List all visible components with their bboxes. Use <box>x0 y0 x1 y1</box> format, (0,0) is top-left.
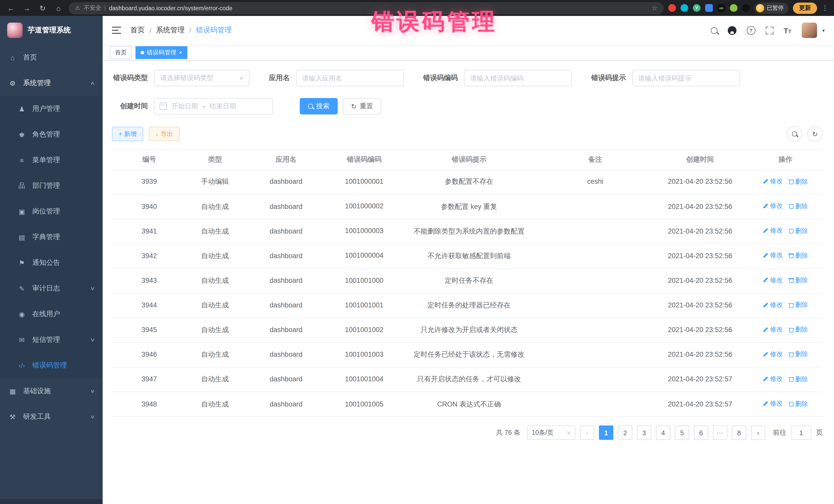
fullscreen-button[interactable] <box>766 26 773 34</box>
delete-link[interactable]: 删除 <box>789 201 808 211</box>
sidebar-item-system-management[interactable]: ⚙系统管理∧ <box>0 70 103 96</box>
edit-link[interactable]: 修改 <box>763 226 783 236</box>
sidebar-item-role-management[interactable]: ♚角色管理 <box>0 122 103 147</box>
address-bar[interactable]: ⚠ 不安全 dashboard.yudao.iocoder.cn/system/… <box>69 2 664 14</box>
browser-update-button[interactable]: 更新 <box>793 2 817 14</box>
delete-link[interactable]: 删除 <box>789 325 808 335</box>
extension-icon[interactable] <box>705 4 713 12</box>
sidebar-item-department-management[interactable]: 品部门管理 <box>0 173 103 199</box>
page-button-5[interactable]: 5 <box>675 426 689 440</box>
github-button[interactable] <box>727 26 736 35</box>
browser-forward-icon[interactable]: → <box>21 2 32 14</box>
online-user-icon: ◉ <box>18 310 26 318</box>
refresh-table-button[interactable]: ↻ <box>807 126 823 141</box>
breadcrumb-system[interactable]: 系统管理 <box>156 26 185 35</box>
delete-link[interactable]: 删除 <box>789 350 808 359</box>
sidebar-item-post-management[interactable]: ▣岗位管理 <box>0 199 103 224</box>
browser-profile-chip[interactable]: 已暂停 <box>754 2 788 14</box>
next-page-button[interactable]: › <box>751 426 765 440</box>
add-button[interactable]: + 新增 <box>112 127 143 141</box>
bookmark-star-icon[interactable]: ☆ <box>652 4 657 12</box>
security-label: 不安全 <box>84 4 101 12</box>
extension-icon[interactable] <box>681 4 688 12</box>
trash-icon <box>789 278 794 283</box>
breadcrumb-home[interactable]: 首页 <box>130 26 145 35</box>
page-button-1[interactable]: 1 <box>599 426 613 440</box>
page-button-2[interactable]: 2 <box>618 426 632 440</box>
sidebar-item-home[interactable]: ⌂首页 <box>0 45 103 70</box>
chevron-down-icon: ∨ <box>90 337 95 342</box>
sidebar-item-error-code-management[interactable]: ‹/›错误码管理 <box>0 353 103 378</box>
sidebar-item-dev-tools[interactable]: ⚒研发工具∨ <box>0 404 103 430</box>
edit-link[interactable]: 修改 <box>763 399 783 409</box>
edit-link[interactable]: 修改 <box>763 350 783 359</box>
error-message-label: 错误码提示 <box>591 73 626 83</box>
chevron-down-icon[interactable]: ▾ <box>822 27 825 33</box>
user-avatar[interactable] <box>802 23 817 38</box>
sidebar-collapse-icon[interactable] <box>112 27 121 34</box>
page-size-select[interactable]: 10条/页 ∨ <box>527 426 575 440</box>
error-code-input[interactable] <box>464 70 572 86</box>
browser-back-icon[interactable]: ← <box>5 2 17 14</box>
browser-menu-icon[interactable]: ⋮ <box>822 4 829 12</box>
export-button[interactable]: ↓ 导出 <box>149 127 180 141</box>
vue-devtools-extension-icon[interactable]: V <box>693 4 701 12</box>
sidebar-menu: ⌂首页⚙系统管理∧♟用户管理♚角色管理≡菜单管理品部门管理▣岗位管理▤字典管理⚑… <box>0 45 103 499</box>
not-secure-warning-icon: ⚠ <box>75 5 80 11</box>
sidebar-item-sms-management[interactable]: ✉短信管理∨ <box>0 327 103 353</box>
sidebar-item-notice-announcement[interactable]: ⚑通知公告 <box>0 250 103 276</box>
delete-link[interactable]: 删除 <box>789 251 808 261</box>
extension-icon[interactable] <box>730 4 738 12</box>
sidebar-item-dict-management[interactable]: ▤字典管理 <box>0 224 103 250</box>
error-type-select[interactable]: 请选择错误码类型 ∨ <box>154 70 249 86</box>
error-message-input[interactable] <box>632 70 740 86</box>
more-pages-button[interactable]: ⋯ <box>713 426 727 440</box>
edit-link[interactable]: 修改 <box>763 177 783 186</box>
tab-home[interactable]: 首页 <box>110 46 132 59</box>
page-button-3[interactable]: 3 <box>637 426 651 440</box>
edit-link[interactable]: 修改 <box>763 251 783 261</box>
cell-created-time: 2021-04-20 23:52:56 <box>652 318 748 343</box>
browser-home-icon[interactable]: ⌂ <box>53 2 64 14</box>
header-search-button[interactable] <box>710 27 717 34</box>
date-range-picker[interactable]: 开始日期 - 结束日期 <box>154 98 273 114</box>
extension-icon[interactable] <box>668 4 676 12</box>
sidebar-item-audit-log[interactable]: ✎审计日志∨ <box>0 276 103 301</box>
sidebar-item-menu-management[interactable]: ≡菜单管理 <box>0 147 103 173</box>
toggle-search-button[interactable] <box>787 126 802 141</box>
edit-link[interactable]: 修改 <box>763 300 783 310</box>
cell-remark <box>539 343 652 367</box>
extension-icon[interactable] <box>742 4 750 12</box>
page-button-4[interactable]: 4 <box>656 426 670 440</box>
sidebar-item-online-users[interactable]: ◉在线用户 <box>0 301 103 327</box>
cell-app-name: dashboard <box>243 219 328 244</box>
delete-link[interactable]: 删除 <box>789 177 808 187</box>
edit-icon <box>763 302 769 308</box>
delete-link[interactable]: 删除 <box>789 399 808 409</box>
close-icon[interactable]: × <box>179 49 182 55</box>
edit-link[interactable]: 修改 <box>763 275 783 285</box>
edit-link[interactable]: 修改 <box>763 374 783 384</box>
page-button-8[interactable]: 8 <box>732 426 746 440</box>
delete-link[interactable]: 删除 <box>789 226 808 236</box>
delete-link[interactable]: 删除 <box>789 276 808 285</box>
app-title: 芋道管理系统 <box>28 26 71 35</box>
page-unit-label: 页 <box>816 428 823 438</box>
docs-help-button[interactable]: ? <box>746 26 755 35</box>
extension-icon[interactable]: on <box>718 4 725 12</box>
delete-link[interactable]: 删除 <box>789 300 808 310</box>
app-name-input[interactable] <box>296 70 404 86</box>
edit-link[interactable]: 修改 <box>763 325 783 335</box>
goto-page-input[interactable] <box>791 426 811 440</box>
font-size-button[interactable]: TT <box>784 26 791 34</box>
sidebar-item-user-management[interactable]: ♟用户管理 <box>0 96 103 122</box>
sidebar-item-infrastructure[interactable]: ▦基础设施∨ <box>0 378 103 404</box>
page-button-6[interactable]: 6 <box>694 426 708 440</box>
browser-reload-icon[interactable]: ↻ <box>37 2 48 14</box>
delete-link[interactable]: 删除 <box>789 374 808 384</box>
reset-button[interactable]: ↻ 重置 <box>343 98 381 114</box>
search-button[interactable]: 搜索 <box>300 98 338 114</box>
tab-error-code-management[interactable]: 错误码管理 × <box>135 46 187 59</box>
prev-page-button[interactable]: ‹ <box>580 426 594 440</box>
edit-link[interactable]: 修改 <box>763 201 783 211</box>
